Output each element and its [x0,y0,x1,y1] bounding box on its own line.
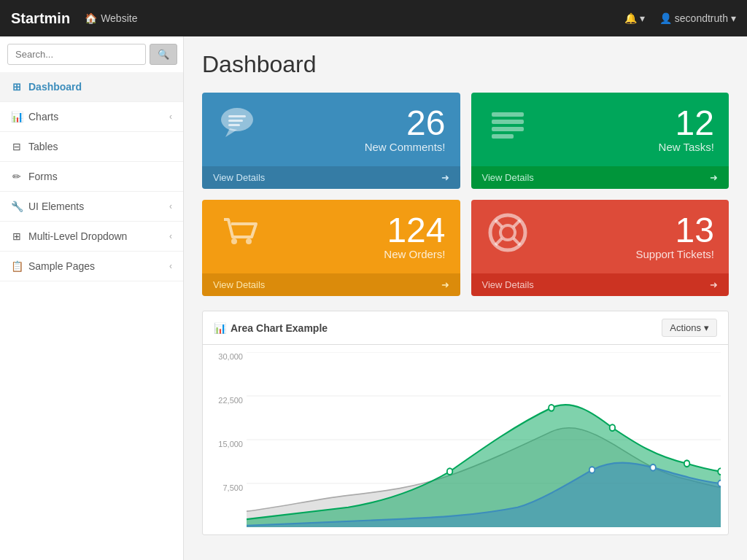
chart-area: 30,000 22,500 15,000 7,500 [203,345,728,534]
svg-point-22 [447,468,452,475]
search-icon: 🔍 [158,49,169,60]
svg-line-16 [514,238,520,245]
sidebar-item-label: Tables [28,141,58,152]
navbar-right: 🔔 ▾ 👤 secondtruth ▾ [624,12,736,24]
sidebar-item-label: Forms [28,171,58,182]
orders-count: 124 [384,213,445,248]
dashboard-icon: ⊞ [11,81,23,93]
dropdown-arrow: ▾ [640,12,645,24]
orders-icon [217,211,260,262]
comments-icon [217,104,260,155]
svg-rect-4 [228,124,240,126]
bell-icon: 🔔 [624,12,637,24]
website-link[interactable]: 🏠 Website [85,12,137,24]
comments-count: 26 [365,106,446,141]
svg-rect-8 [492,134,514,139]
chart-panel-header: 📊 Area Chart Example Actions ▾ [203,311,728,345]
svg-rect-3 [228,120,243,122]
orders-label: New Orders! [384,248,445,260]
svg-point-23 [549,405,554,411]
charts-icon: 📊 [11,111,23,122]
svg-point-29 [718,481,721,487]
svg-line-13 [495,220,502,227]
sidebar-item-ui-elements[interactable]: 🔧 UI Elements ‹ [0,192,183,222]
sidebar-item-charts[interactable]: 📊 Charts ‹ [0,102,183,132]
chart-panel: 📊 Area Chart Example Actions ▾ 30,000 22… [202,311,729,535]
svg-marker-1 [225,128,237,137]
svg-point-25 [684,460,689,467]
svg-point-24 [610,424,615,431]
svg-rect-7 [492,127,524,131]
comments-label: New Comments! [365,141,446,153]
svg-point-12 [500,225,515,240]
sidebar-item-label: Multi-Level Dropdown [28,230,127,242]
dropdown-arrow: ▾ [731,12,736,24]
stat-card-comments: 26 New Comments! View Details ➜ [202,93,460,189]
tickets-icon [486,211,530,262]
sidebar-item-label: Sample Pages [28,260,95,272]
svg-point-28 [650,464,655,471]
brand-logo: Startmin [11,10,70,27]
chevron-left-icon: ‹ [169,261,172,271]
main-content: Dashboard 26 [184,36,747,560]
tables-icon: ⊟ [11,141,23,152]
chevron-down-icon: ▾ [704,322,709,333]
tickets-label: Support Tickets! [635,248,714,260]
chevron-left-icon: ‹ [169,201,172,211]
tasks-icon [486,104,530,155]
actions-button[interactable]: Actions ▾ [662,319,717,337]
forms-icon: ✏ [11,171,23,182]
chevron-left-icon: ‹ [169,231,172,241]
svg-point-26 [718,468,721,475]
stat-card-tasks: 12 New Tasks! View Details ➜ [471,93,729,189]
svg-point-9 [231,238,237,244]
navbar: Startmin 🏠 Website 🔔 ▾ 👤 secondtruth ▾ [0,0,747,36]
tickets-count: 13 [635,213,714,248]
sidebar: 🔍 ⊞ Dashboard 📊 Charts ‹ ⊟ Tables ✏ Form… [0,36,184,560]
multi-level-icon: ⊞ [11,230,23,242]
svg-rect-6 [492,120,524,124]
orders-view-details[interactable]: View Details ➜ [202,273,460,296]
svg-line-14 [514,220,520,227]
sidebar-item-label: UI Elements [28,201,84,212]
svg-rect-5 [492,112,524,117]
tasks-view-details[interactable]: View Details ➜ [471,166,729,189]
tasks-count: 12 [659,106,714,141]
arrow-right-icon: ➜ [441,279,449,290]
notifications-button[interactable]: 🔔 ▾ [624,12,645,24]
search-container: 🔍 [0,36,183,72]
comments-view-details[interactable]: View Details ➜ [202,166,460,189]
stat-card-tickets: 13 Support Tickets! View Details ➜ [471,200,729,296]
ui-elements-icon: 🔧 [11,201,23,212]
y-axis-labels: 30,000 22,500 15,000 7,500 [206,352,243,527]
sidebar-item-label: Charts [28,111,58,122]
svg-line-15 [495,238,502,245]
stat-cards-grid: 26 New Comments! View Details ➜ [202,93,729,296]
user-icon: 👤 [659,12,672,24]
arrow-right-icon: ➜ [441,172,449,183]
tickets-view-details[interactable]: View Details ➜ [471,273,729,296]
sidebar-item-dashboard[interactable]: ⊞ Dashboard [0,72,183,102]
sidebar-item-sample-pages[interactable]: 📋 Sample Pages ‹ [0,252,183,281]
area-chart-svg [247,352,721,527]
chart-icon: 📊 [214,322,226,334]
page-title: Dashboard [202,51,729,78]
arrow-right-icon: ➜ [710,279,718,290]
stat-card-orders: 124 New Orders! View Details ➜ [202,200,460,296]
chevron-left-icon: ‹ [169,112,172,122]
tasks-label: New Tasks! [659,141,714,153]
user-menu-button[interactable]: 👤 secondtruth ▾ [659,12,736,24]
main-layout: 🔍 ⊞ Dashboard 📊 Charts ‹ ⊟ Tables ✏ Form… [0,36,747,560]
sidebar-item-multi-level[interactable]: ⊞ Multi-Level Dropdown ‹ [0,222,183,252]
svg-point-10 [246,238,252,244]
arrow-right-icon: ➜ [710,172,718,183]
sidebar-item-tables[interactable]: ⊟ Tables [0,132,183,162]
sidebar-item-forms[interactable]: ✏ Forms [0,162,183,192]
svg-point-27 [589,467,595,473]
home-icon: 🏠 [85,12,97,24]
search-input[interactable] [7,44,146,65]
svg-rect-2 [228,115,246,117]
chart-title: 📊 Area Chart Example [214,322,328,334]
search-button[interactable]: 🔍 [150,44,177,65]
sidebar-item-label: Dashboard [28,81,82,93]
